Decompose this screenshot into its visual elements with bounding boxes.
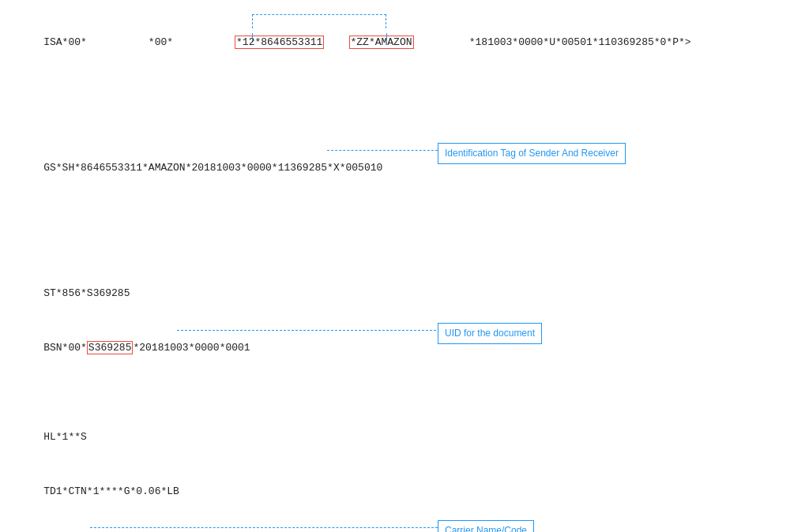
page-content: ISA*00* *00* *12*8646553311 *ZZ*AMAZON *…	[19, 16, 793, 532]
td5-dotline	[90, 527, 438, 528]
td5-line: TD5**2*UPSN Carrier Name/Code	[19, 519, 793, 532]
isa-bracket-right-leg	[386, 33, 388, 41]
bsn-prefix: BSN*00*	[43, 342, 87, 354]
gs-line: GS*SH*8646553311*AMAZON*20181003*0000*11…	[19, 141, 793, 267]
hl1-text: HL*1**S	[43, 431, 87, 443]
isa-prefix: ISA*00* *00*	[43, 36, 235, 48]
carrier-label: Carrier Name/Code	[438, 520, 534, 532]
st-line: ST*856*S369285	[19, 268, 793, 321]
gs-text: GS*SH*8646553311*AMAZON*20181003*0000*11…	[43, 162, 382, 174]
isa-line: ISA*00* *00* *12*8646553311 *ZZ*AMAZON *…	[19, 16, 793, 141]
td1-line: TD1*CTN*1****G*0.06*LB	[19, 465, 793, 519]
st-text: ST*856*S369285	[43, 287, 130, 299]
uid-label: UID for the document	[438, 323, 542, 344]
bsn-dotline	[177, 330, 436, 331]
identification-dotline	[327, 150, 438, 151]
bsn-highlight: S369285	[87, 341, 134, 354]
isa-bracket-left-leg	[252, 33, 254, 41]
isa-space	[324, 36, 348, 48]
hl1-line: HL*1**S	[19, 411, 793, 465]
identification-label: Identification Tag of Sender And Receive…	[438, 143, 626, 164]
isa-suffix: *181003*0000*U*00501*110369285*0*P*>	[414, 36, 691, 48]
td1-text: TD1*CTN*1****G*0.06*LB	[43, 485, 179, 497]
isa-highlight1: *12*8646553311	[235, 36, 324, 49]
isa-bracket	[252, 14, 386, 28]
bsn-line: BSN*00*S369285*20181003*0000*0001 UID fo…	[19, 321, 793, 411]
bsn-suffix: *20181003*0000*0001	[133, 342, 250, 354]
isa-highlight2: *ZZ*AMAZON	[349, 36, 414, 49]
